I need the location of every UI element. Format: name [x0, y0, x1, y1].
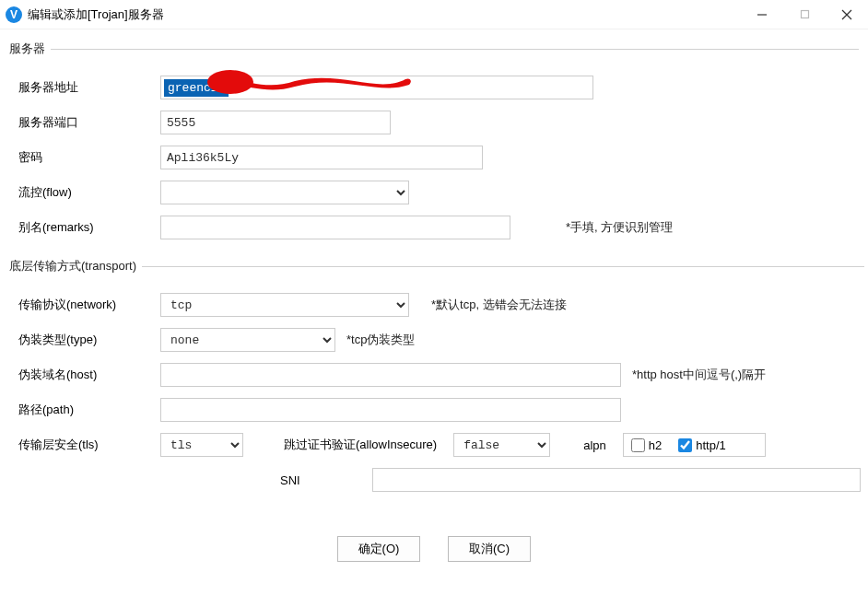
- content-area: 服务器 服务器地址 greenclo 服务器端口: [0, 29, 868, 573]
- port-input[interactable]: [160, 111, 391, 134]
- titlebar: V 编辑或添加[Trojan]服务器: [0, 0, 868, 29]
- alpn-h2-label: h2: [649, 438, 662, 452]
- row-address: 服务器地址 greenclo: [9, 70, 859, 105]
- close-icon: [841, 9, 852, 20]
- alpn-http1-checkbox[interactable]: [678, 438, 692, 452]
- maximize-button[interactable]: [783, 0, 826, 29]
- label-type: 伪装类型(type): [13, 332, 160, 348]
- row-password: 密码: [9, 140, 859, 175]
- label-alpn: alpn: [576, 438, 614, 452]
- network-select[interactable]: tcp: [160, 293, 409, 317]
- label-sni: SNI: [280, 473, 372, 487]
- row-port: 服务器端口: [9, 105, 859, 140]
- close-button[interactable]: [826, 0, 868, 29]
- row-host: 伪装域名(host) *http host中间逗号(,)隔开: [9, 357, 864, 392]
- label-path: 路径(path): [13, 402, 160, 418]
- server-group: 服务器 服务器地址 greenclo 服务器端口: [9, 41, 859, 251]
- label-host: 伪装域名(host): [13, 367, 160, 383]
- row-remarks: 别名(remarks) *手填, 方便识别管理: [9, 210, 859, 245]
- svg-rect-1: [801, 11, 808, 18]
- row-tls: 传输层安全(tls) tls 跳过证书验证(allowInsecure) fal…: [9, 427, 864, 462]
- hint-remarks: *手填, 方便识别管理: [566, 219, 673, 236]
- button-row: 确定(O) 取消(C): [9, 510, 859, 573]
- label-password: 密码: [13, 149, 160, 166]
- path-input[interactable]: [160, 398, 621, 422]
- address-input[interactable]: [160, 76, 593, 99]
- hint-host: *http host中间逗号(,)隔开: [632, 367, 766, 383]
- hint-type: *tcp伪装类型: [346, 332, 415, 348]
- type-select[interactable]: none: [160, 328, 335, 352]
- server-group-legend: 服务器: [9, 41, 51, 57]
- transport-group-legend: 底层传输方式(transport): [9, 258, 142, 274]
- transport-group: 底层传输方式(transport) 传输协议(network) tcp *默认t…: [9, 258, 864, 503]
- maximize-icon: [800, 9, 810, 19]
- hint-network: *默认tcp, 选错会无法连接: [431, 297, 567, 313]
- tls-select[interactable]: tls: [160, 433, 243, 457]
- label-tls: 传输层安全(tls): [13, 437, 160, 453]
- row-sni: SNI: [9, 462, 864, 497]
- remarks-input[interactable]: [160, 216, 510, 239]
- row-type: 伪装类型(type) none *tcp伪装类型: [9, 322, 864, 357]
- row-network: 传输协议(network) tcp *默认tcp, 选错会无法连接: [9, 287, 864, 322]
- sni-input[interactable]: [372, 468, 861, 492]
- address-input-wrap: greenclo: [160, 76, 593, 99]
- alpn-h2-checkbox[interactable]: [631, 438, 645, 452]
- minimize-icon: [757, 9, 768, 20]
- password-input[interactable]: [160, 146, 483, 169]
- label-allow-insecure: 跳过证书验证(allowInsecure): [276, 437, 444, 453]
- minimize-button[interactable]: [741, 0, 783, 29]
- label-remarks: 别名(remarks): [13, 219, 160, 236]
- host-input[interactable]: [160, 363, 621, 387]
- label-address: 服务器地址: [13, 79, 160, 96]
- flow-select[interactable]: [160, 181, 409, 204]
- label-flow: 流控(flow): [13, 184, 160, 201]
- label-network: 传输协议(network): [13, 297, 160, 313]
- alpn-http1-label: http/1: [696, 438, 726, 452]
- cancel-button[interactable]: 取消(C): [448, 536, 531, 562]
- ok-button[interactable]: 确定(O): [337, 536, 420, 562]
- window-title: 编辑或添加[Trojan]服务器: [28, 6, 164, 23]
- alpn-checkgroup: h2 http/1: [623, 433, 766, 457]
- allow-insecure-select[interactable]: false: [453, 433, 550, 457]
- row-path: 路径(path): [9, 392, 864, 427]
- label-port: 服务器端口: [13, 114, 160, 131]
- app-icon: V: [6, 6, 22, 23]
- row-flow: 流控(flow): [9, 175, 859, 210]
